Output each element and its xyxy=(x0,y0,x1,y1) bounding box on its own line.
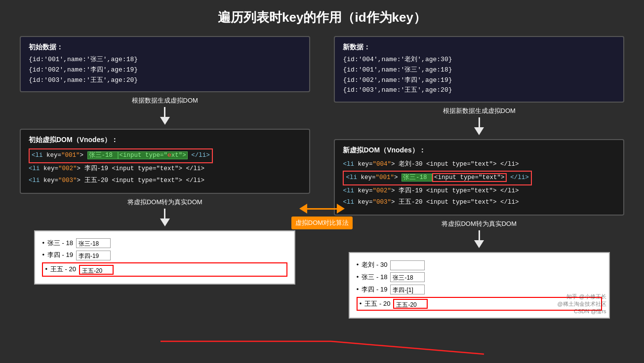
left-real-dom-box: • 张三 - 18 张三-18 • 李四 - 19 李四-19 • 王五 - 2… xyxy=(34,230,295,285)
right-input-field-3[interactable]: 李四-[1] xyxy=(390,285,425,294)
right-real-dom-text-4: 王五 - 20 xyxy=(364,299,390,309)
left-arrow-2-label: 将虚拟DOM转为真实DOM xyxy=(127,198,202,207)
right-input-field-2[interactable]: 张三-18 xyxy=(390,272,425,282)
right-arrow-head xyxy=(337,204,345,214)
watermark-overlay: 知乎 @小修王长 @稀土淘金技术社区 CSDN @儒rs xyxy=(557,293,606,315)
vdom-line-2: <li key="002"> 李四-19 <input type="text">… xyxy=(29,163,301,175)
right-arrow-2-label: 将虚拟DOM转为真实DOM xyxy=(442,219,517,228)
right-arrow-shaft-1 xyxy=(479,117,480,127)
new-vdom-line-4: <li key="003"> 王五-20 <input type="text">… xyxy=(343,197,615,209)
bullet-2: • xyxy=(42,250,44,260)
new-data-line-3: {id:'002',name:'李四',age:19} xyxy=(343,75,615,86)
new-vdom-line-2: <li key="001"> 张三-18 <input type="text">… xyxy=(343,171,615,185)
left-arrow-head-2 xyxy=(160,218,170,226)
initial-data-label: 初始数据： xyxy=(29,43,301,52)
left-arrow-head-1 xyxy=(160,117,170,125)
new-data-line-2: {id:'001',name:'张三',age:18} xyxy=(343,65,615,75)
real-dom-row-1: • 张三 - 18 张三-18 xyxy=(42,238,287,249)
right-real-dom-text-2: 张三 - 18 xyxy=(362,272,387,283)
input-field-1[interactable]: 张三-18 xyxy=(76,238,111,248)
left-arrow-shaft-1 xyxy=(164,107,165,117)
new-data-line-4: {id:'003',name:'王五',age:20} xyxy=(343,85,615,96)
right-arrow-2: 将虚拟DOM转为真实DOM xyxy=(442,219,517,248)
left-arrow-2: 将虚拟DOM转为真实DOM xyxy=(127,198,202,226)
right-bullet-2: • xyxy=(357,272,359,283)
input-field-3[interactable]: 王五-20 xyxy=(79,265,114,275)
right-arrow-head-2 xyxy=(474,240,484,248)
initial-data-line-1: {id:'001',name:'张三',age:18} xyxy=(29,55,301,65)
bullet-1: • xyxy=(42,238,44,249)
left-arrow-shaft-2 xyxy=(164,209,165,218)
right-real-dom-row-2: • 张三 - 18 张三-18 xyxy=(357,272,602,283)
initial-data-line-3: {id:'003',name:'王五',age:20} xyxy=(29,75,301,86)
arrow-shaft-horiz xyxy=(307,208,337,210)
real-dom-text-2: 李四 - 19 xyxy=(47,250,73,260)
initial-data-box: 初始数据： {id:'001',name:'张三',age:18} {id:'0… xyxy=(20,36,310,92)
right-input-field-1[interactable] xyxy=(390,260,425,270)
new-vdom-line-3: <li key="002"> 李四-19 <input type="text">… xyxy=(343,185,615,197)
main-title: 遍历列表时key的作用（id作为key） xyxy=(0,0,644,31)
initial-vdom-box: 初始虚拟DOM（Vnodes）： <li key="001"> 张三-18 <i… xyxy=(20,129,310,193)
new-vdom-line-1: <li key="004"> 老刘-30 <input type="text">… xyxy=(343,159,615,171)
input-field-2[interactable]: 李四-19 xyxy=(76,251,111,260)
right-real-dom-box: • 老刘 - 30 • 张三 - 18 张三-18 • 李四 - 19 李四-[… xyxy=(349,252,610,319)
real-dom-row-2: • 李四 - 19 李四-19 xyxy=(42,250,287,260)
right-bullet-3: • xyxy=(357,285,359,295)
right-arrow-1-label: 根据新数据生成虚拟DOM xyxy=(443,107,516,115)
initial-vdom-label: 初始虚拟DOM（Vnodes）： xyxy=(29,136,301,145)
left-arrow-1: 根据数据生成虚拟DOM xyxy=(132,96,198,125)
new-vdom-label: 新虚拟DOM（Vnodes）： xyxy=(343,146,615,155)
vdom-line-1: <li key="001"> 张三-18 <input type="ext"> … xyxy=(29,148,301,163)
initial-data-line-2: {id:'002',name:'李四',age:19} xyxy=(29,65,301,75)
new-vdom-box: 新虚拟DOM（Vnodes）： <li key="004"> 老刘-30 <in… xyxy=(334,139,624,216)
right-arrow-1: 根据新数据生成虚拟DOM xyxy=(443,107,516,135)
right-real-dom-text-1: 老刘 - 30 xyxy=(362,260,387,270)
compare-label: 虚拟DOM对比算法 xyxy=(291,217,353,229)
real-dom-text-1: 张三 - 18 xyxy=(47,238,73,249)
new-data-box: 新数据： {id:'004',name:'老刘',age:30} {id:'00… xyxy=(334,36,624,103)
right-arrow-shaft-2 xyxy=(479,230,480,240)
right-real-dom-text-3: 李四 - 19 xyxy=(362,285,387,295)
bidirectional-arrow xyxy=(299,204,345,214)
right-bullet-4: • xyxy=(360,299,362,309)
vdom-line-3: <li key="003"> 王五-20 <input type="text">… xyxy=(29,175,301,187)
right-real-dom-row-1: • 老刘 - 30 xyxy=(357,260,602,270)
real-dom-text-3: 王五 - 20 xyxy=(50,264,76,275)
svg-line-1 xyxy=(331,341,484,354)
new-data-line-1: {id:'004',name:'老刘',age:30} xyxy=(343,55,615,65)
left-arrow-1-label: 根据数据生成虚拟DOM xyxy=(132,96,198,105)
right-column: 新数据： {id:'004',name:'老刘',age:30} {id:'00… xyxy=(334,36,624,319)
new-data-label: 新数据： xyxy=(343,43,615,52)
real-dom-row-3: • 王五 - 20 王五-20 xyxy=(42,262,287,277)
left-column: 初始数据： {id:'001',name:'张三',age:18} {id:'0… xyxy=(20,36,310,319)
center-compare-area: 虚拟DOM对比算法 xyxy=(282,204,362,229)
bullet-3: • xyxy=(45,264,47,275)
right-arrow-head-1 xyxy=(474,127,484,135)
right-bullet-1: • xyxy=(357,260,359,270)
right-input-field-4[interactable]: 王五-20 xyxy=(393,299,428,309)
left-arrow-head xyxy=(299,204,307,214)
